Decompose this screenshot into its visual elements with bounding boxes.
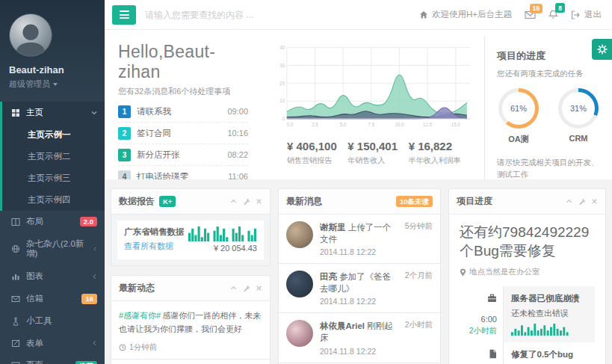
collapse-icon[interactable] [230,285,237,291]
todo-number-badge: 4 [118,170,131,180]
widgets-row: 数据报告 K+ 广东省销售数据 [105,179,612,364]
sales-sparkline-chart [188,226,257,241]
panel-body: #感谢有你#感谢你们一路的相伴，未来也请让我为你们撑腰，我们会更好 1分钟前 @… [111,301,270,364]
sidebar-subitem-home-4[interactable]: 主页示例四 [0,189,105,211]
panel-tools: 10条未读 [396,196,433,207]
chevron-left-icon [92,340,97,346]
mail-count-badge: 16 [530,4,543,13]
svg-text:0.0: 0.0 [287,122,294,127]
timeline-time: 6:00 [460,315,497,324]
view-all-data-link[interactable]: 查看所有数据 [124,241,173,252]
sidebar-item-forms[interactable]: 表单 [0,333,105,355]
close-icon[interactable] [256,198,262,205]
project-summary-note: 请尽快完成相关项目的开发、测试工作 [497,156,602,179]
ring-label: OA测 [498,134,539,145]
activity-post: #感谢有你#感谢你们一路的相伴，未来也请让我为你们撑腰，我们会更好 1分钟前 [119,309,262,353]
sidebar-item-widgets[interactable]: 小工具 [0,310,105,333]
column-left: 数据报告 K+ 广东省销售数据 [111,188,271,364]
message-date: 2014.11.8 12:22 [320,247,394,256]
panel-header: 最新消息 10条未读 [279,189,440,215]
report-right: ¥ 20 054.43 [188,226,257,253]
svg-text:15.0: 15.0 [451,122,460,127]
logout-icon [571,10,581,19]
profile-role-dropdown[interactable]: 超级管理员 [9,78,96,90]
avatar[interactable] [9,13,52,57]
todo-item[interactable]: 4 打电话给璟雯 11:06 [118,166,248,179]
globe-icon [11,244,20,253]
sidebar-item-misc[interactable]: 杂七杂八(2.0新增) [0,233,105,266]
caret-down-icon [53,83,58,86]
top-header: 欢迎使用H+后台主题 16 8 退出 [105,0,612,30]
collapse-icon[interactable] [230,198,237,205]
timeline-item[interactable]: 7:00 3小时前 修复了0.5个bug 重启服务 [460,342,595,364]
sidebar-toggle-button[interactable] [112,5,136,25]
hero-panel: Hello,Beaut-zihan 您有32条消息和6个待处理事项 1 请联系我… [105,30,612,179]
todo-item[interactable]: 1 请联系我 09:00 [118,101,248,123]
sidebar-item-home[interactable]: 主页 [0,102,105,124]
close-icon[interactable] [591,198,598,205]
todo-section: Hello,Beaut-zihan 您有32条消息和6个待处理事项 1 请联系我… [118,36,260,179]
columns-icon [11,218,20,226]
clock-icon [119,344,126,351]
collapse-icon[interactable] [566,198,572,205]
notifications-button[interactable]: 8 [548,10,558,19]
chevron-down-icon [91,110,97,116]
logout-button[interactable]: 退出 [571,9,602,20]
panel-header: 最新动态 [111,276,270,301]
profile-name: Beaut-zihan [9,64,96,75]
panel-body: 还有约79842492229个Bug需要修复 地点当然是在办公室 6:00 2小… [449,215,605,364]
location-line: 地点当然是在办公室 [460,267,595,286]
message-item[interactable]: 谢斯里 上传了一个文件 2014.11.8 12:22 5分钟前 [279,215,440,264]
topic-tag-link[interactable]: #感谢有你# [119,311,161,320]
column-middle: 最新消息 10条未读 谢斯里 上传了一个文件 2014.11.8 12:22 [278,188,441,364]
stat-value: ¥ 150,401 [347,140,408,152]
message-item[interactable]: 林依晨Ariel 刚刚起床 2014.11.8 12:22 2小时前 [279,313,440,363]
todo-time: 10:16 [227,129,248,138]
page-greeting: Hello,Beaut-zihan [118,42,248,82]
sidebar-item-layouts[interactable]: 布局 2.0 [0,211,105,233]
panel-title: 最新动态 [119,282,155,294]
todo-item[interactable]: 3 新分店开张 08:22 [118,144,248,166]
timeline-title: 修复了0.5个bug [511,349,587,360]
main-area: 欢迎使用H+后台主题 16 8 退出 Hel [105,0,612,364]
sales-stats: ¥ 406,100 销售营销报告 ¥ 150,401 年销售收入 ¥ 16,82… [275,140,472,166]
stat-label: 销售营销报告 [287,155,347,166]
sidebar-subitem-home-3[interactable]: 主页示例三 [0,167,105,189]
sidebar-item-mailbox[interactable]: 信箱 16 [0,288,105,310]
sidebar-item-pages[interactable]: 页面 推荐 [0,354,105,364]
settings-wrench-icon[interactable] [243,285,250,291]
timeline-title: 服务器已彻底崩溃 [511,293,587,304]
message-sender: 田亮 [320,272,337,281]
avatar [286,271,313,297]
envelope-icon [11,294,20,303]
stat-label: 年销售收入 [347,155,408,166]
mail-button[interactable]: 16 [525,10,536,19]
svg-text:20: 20 [279,80,285,85]
map-pin-icon [460,268,466,277]
stat-value: ¥ 406,100 [287,140,347,152]
sales-chart-section: 0102030400.02.55.07.510.012.515.0 ¥ 406,… [260,36,484,179]
settings-wrench-icon[interactable] [578,198,585,205]
panel-header: 数据报告 K+ [111,189,270,215]
bug-headline: 还有约79842492229个Bug需要修复 [460,223,595,260]
search-input[interactable] [145,10,369,20]
message-ago: 2小时前 [405,320,433,355]
settings-wrench-icon[interactable] [243,198,250,205]
message-item[interactable]: 田亮 参加了《爸爸去哪儿》 2014.11.8 12:22 2个月前 [279,264,440,313]
close-icon[interactable] [256,285,262,291]
stat-block: ¥ 406,100 销售营销报告 [287,140,347,166]
progress-ring-crm: 31% CRM [558,88,599,145]
sidebar-subitem-home-1[interactable]: 主页示例一 [0,124,105,146]
sidebar-nav: 主页 主页示例一 主页示例二 主页示例三 主页示例四 布局 2.0 杂七杂八(2… [0,102,105,364]
timeline-item[interactable]: 6:00 2小时前 服务器已彻底崩溃 还未检查出错误 [460,286,595,342]
panel-title: 项目进度 [457,195,492,208]
todo-item[interactable]: 2 签订合同 10:16 [118,123,248,144]
file-icon [489,349,497,359]
notice-count-badge: 8 [555,3,565,13]
briefcase-icon [487,294,497,303]
theme-settings-button[interactable] [592,39,612,60]
sidebar-subitem-home-2[interactable]: 主页示例二 [0,146,105,167]
sidebar-item-charts[interactable]: 图表 [0,265,105,288]
post-timestamp: 1分钟前 [119,342,262,353]
message-ago: 5分钟前 [405,221,433,256]
